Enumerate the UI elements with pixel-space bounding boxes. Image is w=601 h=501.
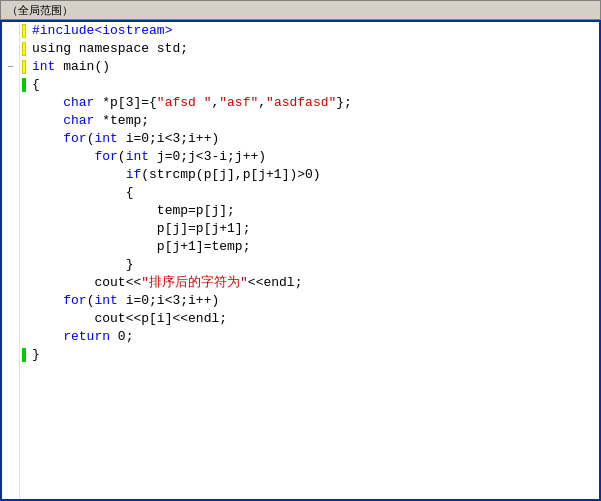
indicator-item (20, 202, 28, 220)
indicator-item (20, 328, 28, 346)
code-token: for (63, 130, 86, 148)
code-line: char *temp; (32, 112, 595, 130)
indent-space (32, 310, 94, 328)
code-token: using namespace std; (32, 40, 188, 58)
indicator-item (20, 184, 28, 202)
code-token: ( (87, 292, 95, 310)
gutter-item (2, 328, 19, 346)
code-line: { (32, 184, 595, 202)
gutter-item (2, 40, 19, 58)
left-indicators (20, 22, 28, 499)
code-token: char (63, 94, 102, 112)
code-token: for (63, 292, 86, 310)
code-token: 0; (110, 328, 133, 346)
code-token: "排序后的字符为" (141, 274, 248, 292)
code-line: p[j+1]=temp; (32, 238, 595, 256)
code-token: cout<< (94, 274, 141, 292)
indent-space (32, 220, 157, 238)
code-token: <iostream> (94, 22, 172, 40)
code-line: return 0; (32, 328, 595, 346)
code-token: } (32, 346, 40, 364)
code-token: ( (118, 148, 126, 166)
yellow-indicator-bar (22, 42, 26, 56)
indent-space (32, 202, 157, 220)
code-token: for (94, 148, 117, 166)
gutter-item (2, 130, 19, 148)
code-token: i=0;i<3;i++) (118, 292, 219, 310)
code-line: for(int j=0;j<3-i;j++) (32, 148, 595, 166)
code-token: i=0;i<3;i++) (118, 130, 219, 148)
code-token: int (94, 130, 117, 148)
indicator-item (20, 22, 28, 40)
indicator-item (20, 166, 28, 184)
code-token: #include (32, 22, 94, 40)
gutter-item: − (2, 58, 19, 76)
indent-space (32, 292, 63, 310)
code-token: <<endl; (248, 274, 303, 292)
code-token: int (94, 292, 117, 310)
indicator-item (20, 310, 28, 328)
green-indicator-bar (22, 348, 26, 362)
indicator-item (20, 274, 28, 292)
editor-window: （全局范围） −#include<iostream>using namespac… (0, 0, 601, 501)
code-line: } (32, 346, 595, 364)
gutter-item (2, 292, 19, 310)
indicator-item (20, 346, 28, 364)
code-token: }; (336, 94, 352, 112)
code-line: for(int i=0;i<3;i++) (32, 130, 595, 148)
code-line: p[j]=p[j+1]; (32, 220, 595, 238)
code-token: cout<<p[i]<<endl; (94, 310, 227, 328)
code-token: p[j+1]=temp; (157, 238, 251, 256)
indent-space (32, 328, 63, 346)
indicator-item (20, 130, 28, 148)
code-line: cout<<p[i]<<endl; (32, 310, 595, 328)
green-indicator-bar (22, 78, 26, 92)
gutter-item (2, 274, 19, 292)
gutter-item (2, 346, 19, 364)
code-line: using namespace std; (32, 40, 595, 58)
code-token: temp=p[j]; (157, 202, 235, 220)
code-line: for(int i=0;i<3;i++) (32, 292, 595, 310)
code-token: "afsd " (157, 94, 212, 112)
code-token: "asdfasd" (266, 94, 336, 112)
code-token: p[j]=p[j+1]; (157, 220, 251, 238)
indent-space (32, 130, 63, 148)
code-token: return (63, 328, 110, 346)
code-token: int (32, 58, 55, 76)
gutter-item (2, 202, 19, 220)
indent-space (32, 112, 63, 130)
code-token: } (126, 256, 134, 274)
code-line: } (32, 256, 595, 274)
indicator-item (20, 40, 28, 58)
indicator-item (20, 238, 28, 256)
indicator-item (20, 148, 28, 166)
yellow-indicator-bar (22, 24, 26, 38)
indicator-item (20, 94, 28, 112)
gutter-item (2, 184, 19, 202)
code-token: int (126, 148, 149, 166)
indent-space (32, 166, 126, 184)
gutter-item (2, 112, 19, 130)
code-token: ( (87, 130, 95, 148)
code-content: #include<iostream>using namespace std;in… (28, 22, 599, 499)
title-bar: （全局范围） (0, 0, 601, 20)
code-token: if (126, 166, 142, 184)
gutter-item (2, 148, 19, 166)
code-token: (strcmp(p[j],p[j+1])>0) (141, 166, 320, 184)
indent-space (32, 94, 63, 112)
indicator-item (20, 76, 28, 94)
code-area[interactable]: −#include<iostream>using namespace std;i… (0, 20, 601, 501)
code-token: main() (55, 58, 110, 76)
code-token: , (258, 94, 266, 112)
code-line: if(strcmp(p[j],p[j+1])>0) (32, 166, 595, 184)
code-line: { (32, 76, 595, 94)
code-token: , (211, 94, 219, 112)
gutter-item (2, 76, 19, 94)
code-token: *temp; (102, 112, 149, 130)
code-line: char *p[3]={"afsd ","asf","asdfasd"}; (32, 94, 595, 112)
gutter-item (2, 94, 19, 112)
code-token: { (126, 184, 134, 202)
gutter-item (2, 166, 19, 184)
indicator-item (20, 220, 28, 238)
indent-space (32, 184, 126, 202)
